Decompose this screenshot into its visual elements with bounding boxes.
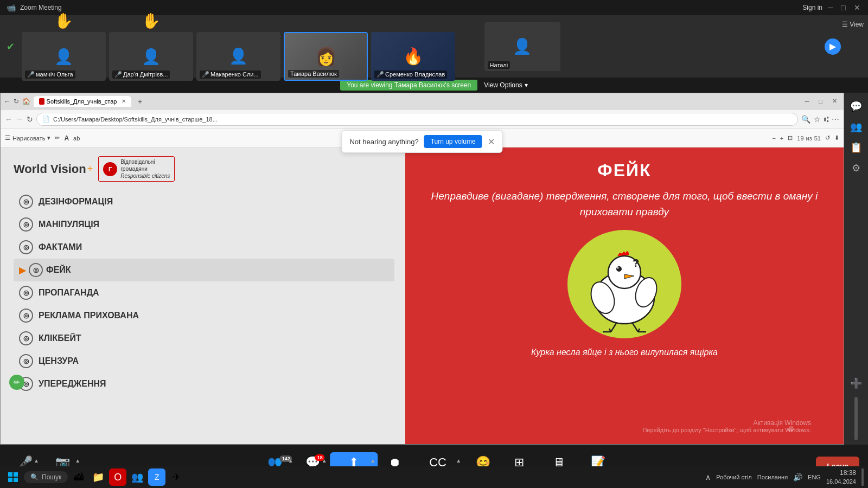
zoom-more-icon[interactable]: ➕ — [847, 374, 865, 393]
main-area: ← ↻ 🏠 Softskills_Для_учнів_старше_18 ✕ +… — [0, 93, 868, 445]
more-button[interactable]: ⋯ — [832, 115, 839, 124]
slide-content: World Vision + Г Відповідальні громадяни… — [1, 147, 844, 444]
notification-close-button[interactable]: ✕ — [488, 137, 495, 147]
toolbar-menu-button[interactable]: ☰ Нарисовать ▾ — [5, 134, 50, 142]
menu-item-label: МАНІПУЛЯЦІЯ — [39, 220, 99, 229]
status-check-icon: ✔ — [7, 41, 15, 53]
participant-video: 👤 🎤Макаренко Єли... — [196, 32, 280, 81]
tab-close-button[interactable]: ✕ — [122, 98, 126, 104]
nav-back-button[interactable]: ← — [5, 115, 12, 124]
extensions-button[interactable]: ⑆ — [824, 115, 828, 124]
volume-icon[interactable]: 🔊 — [793, 473, 802, 481]
browser-minimize-button[interactable]: ─ — [802, 97, 813, 106]
url-bar[interactable]: 📄 C:/Users/Тамара/Desktop/Softskills_Для… — [36, 113, 798, 126]
settings-icon: ⚙ — [788, 425, 795, 433]
nav-reload-button[interactable]: ↻ — [27, 115, 33, 124]
taskbar-app-browser[interactable]: O — [109, 468, 126, 486]
slide-menu-item[interactable]: ◎ КЛІКБЕЙТ — [14, 327, 394, 350]
slide-menu-item[interactable]: ◎ ПРОПАГАНДА — [14, 281, 394, 304]
zoom-participants-icon[interactable]: 👥 — [847, 118, 865, 136]
search-icon: 🔍 — [30, 473, 39, 481]
slide-right-description: Неправдиве (вигадане) твердження, створе… — [418, 188, 831, 220]
view-options-button[interactable]: View Options ▾ — [484, 81, 527, 89]
slide-menu-item[interactable]: ◎ УПЕРЕДЖЕННЯ — [14, 373, 394, 395]
zoom-icon: 📹 — [7, 3, 16, 12]
page-separator: из — [806, 135, 812, 142]
browser-back-icon[interactable]: ← — [4, 98, 10, 105]
menu-item-label: ЦЕНЗУРА — [39, 356, 79, 366]
captions-chevron-icon: ▲ — [456, 458, 461, 464]
page-download-button[interactable]: ⬇ — [834, 134, 839, 142]
menu-item-icon: ◎ — [19, 217, 33, 232]
nav-forward-button[interactable]: → — [16, 115, 23, 124]
participant-card: 👩 Тамара Василюк — [284, 12, 368, 81]
toolbar-text-button[interactable]: A — [64, 134, 69, 142]
page-rotate-button[interactable]: ↺ — [825, 134, 830, 142]
language-indicator[interactable]: ENG — [808, 474, 821, 480]
toolbar-highlight-button[interactable]: ab — [73, 135, 80, 142]
zoom-page-button[interactable]: 🔍 — [801, 115, 810, 124]
windows-start-button[interactable] — [4, 468, 22, 486]
next-participant-button[interactable]: ▶ — [825, 38, 841, 55]
menu-item-icon: ◎ — [19, 354, 33, 368]
taskbar-date: 16.04.2024 — [826, 478, 856, 485]
new-tab-button[interactable]: + — [135, 97, 145, 106]
browser-window: ← ↻ 🏠 Softskills_Для_учнів_старше_18 ✕ +… — [0, 93, 844, 445]
taskbar-show-hidden-button[interactable]: ∧ — [705, 473, 711, 481]
browser-maximize-button[interactable]: □ — [815, 97, 826, 106]
zoom-chat-icon[interactable]: 💬 — [847, 97, 865, 115]
slide-menu-item[interactable]: ◎ РЕКЛАМА ПРИХОВАНА — [14, 304, 394, 327]
minimize-button[interactable]: ─ — [828, 4, 835, 11]
menu-item-icon: ◎ — [19, 240, 33, 254]
browser-close-button[interactable]: ✕ — [829, 97, 840, 106]
url-text: C:/Users/Тамара/Desktop/Softskills_Для_у… — [53, 116, 218, 123]
slide-menu-item[interactable]: ◎ ДЕЗІНФОРМАЦІЯ — [14, 190, 394, 213]
participant-card: 👤 🎤Макаренко Єли... — [196, 12, 280, 81]
maximize-button[interactable]: □ — [841, 4, 848, 11]
volume-message: Not hearing anything? — [349, 138, 418, 146]
taskbar-app-explorer[interactable]: 🏙 — [70, 468, 87, 486]
menu-item-icon: ◎ — [19, 286, 33, 300]
windows-logo-icon — [8, 472, 18, 482]
page-plus-button[interactable]: + — [780, 135, 783, 142]
browser-chrome: ← ↻ 🏠 Softskills_Для_учнів_старше_18 ✕ +… — [1, 93, 844, 110]
zoom-whiteboard-icon[interactable]: 📋 — [847, 138, 865, 157]
slide-menu-item[interactable]: ◎ ФАКТАМИ — [14, 236, 394, 259]
slide-menu-item[interactable]: ◎ ЦЕНЗУРА — [14, 350, 394, 373]
bookmark-button[interactable]: ☆ — [814, 115, 821, 124]
sign-in-link[interactable]: Sign in — [802, 4, 822, 11]
participant-emoji: ✋ — [142, 12, 161, 30]
zoom-apps-icon[interactable]: ⚙ — [848, 159, 864, 177]
browser-nav-bar: ← → ↻ 📄 C:/Users/Тамара/Desktop/Softskil… — [1, 110, 844, 129]
menu-item-label: РЕКЛАМА ПРИХОВАНА — [39, 311, 139, 320]
video-chevron-icon: ▲ — [75, 458, 80, 464]
slide-right-panel: ФЕЙК Неправдиве (вигадане) твердження, с… — [405, 147, 844, 444]
taskbar-app-teams[interactable]: 👥 — [129, 468, 146, 486]
zoom-right-panel: 💬 👥 📋 ⚙ ➕ — [844, 93, 868, 445]
svg-rect-16 — [8, 478, 12, 482]
participant-label: 🎤Дар'я Дмітрієв... — [112, 70, 170, 79]
close-button[interactable]: ✕ — [854, 4, 861, 11]
slide-menu-item-active[interactable]: ▶ ◎ ФЕЙК — [14, 259, 394, 281]
view-button[interactable]: ☰View — [842, 21, 864, 28]
taskbar-app-folder[interactable]: 📁 — [90, 468, 107, 486]
slide-right-title: ФЕЙК — [597, 160, 651, 181]
participant-card: 👤 Наталі — [480, 22, 564, 71]
browser-reload-icon[interactable]: ↻ — [14, 98, 19, 105]
taskbar-app-zoom[interactable]: Z — [148, 468, 165, 486]
menu-item-icon: ◎ — [29, 263, 43, 277]
toolbar-pencil-button[interactable]: ✏ — [55, 134, 60, 142]
edit-icon[interactable]: ✏ — [9, 375, 24, 390]
participant-emoji: ✋ — [54, 12, 73, 30]
slide-menu-item[interactable]: ◎ МАНІПУЛЯЦІЯ — [14, 213, 394, 236]
turn-up-volume-button[interactable]: Turn up volume — [424, 135, 482, 148]
show-desktop-button[interactable] — [861, 468, 864, 486]
search-box[interactable]: 🔍 Пошук — [24, 471, 68, 483]
taskbar-app-telegram[interactable]: ✈ — [168, 468, 185, 486]
participant-video: 🔥 🎤Єременко Владислав — [371, 32, 455, 81]
page-minus-button[interactable]: − — [772, 135, 775, 142]
zoom-scroll-handle[interactable] — [854, 397, 858, 440]
browser-tab[interactable]: Softskills_Для_учнів_старше_18 ✕ — [34, 96, 131, 107]
browser-home-icon[interactable]: 🏠 — [22, 98, 30, 105]
page-fit-button[interactable]: ⊡ — [788, 134, 793, 142]
